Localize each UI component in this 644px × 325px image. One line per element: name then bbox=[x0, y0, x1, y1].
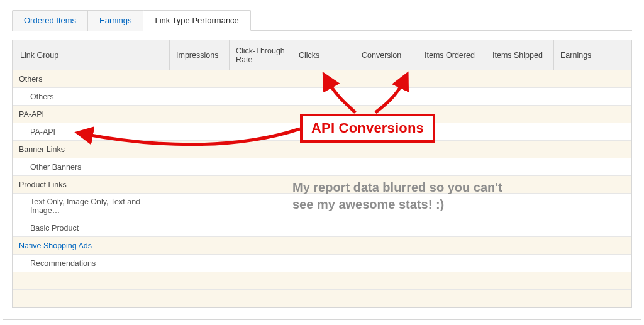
table-row: Recommendations bbox=[13, 255, 631, 272]
data-cell bbox=[170, 272, 230, 289]
data-cell bbox=[486, 141, 554, 158]
col-earnings[interactable]: Earnings bbox=[554, 40, 631, 70]
data-cell bbox=[418, 237, 486, 254]
data-cell bbox=[170, 237, 230, 254]
data-cell bbox=[486, 158, 554, 175]
data-cell bbox=[486, 88, 554, 105]
data-cell bbox=[554, 219, 631, 236]
data-cell bbox=[418, 272, 486, 289]
data-cell bbox=[554, 290, 631, 307]
row-label: Others bbox=[13, 88, 170, 105]
row-label: Product Links bbox=[13, 176, 170, 193]
data-cell bbox=[554, 158, 631, 175]
data-cell bbox=[486, 255, 554, 272]
data-cell bbox=[292, 141, 355, 158]
data-cell bbox=[486, 237, 554, 254]
data-cell bbox=[355, 158, 418, 175]
data-cell bbox=[230, 176, 292, 193]
col-clicks[interactable]: Clicks bbox=[292, 40, 355, 70]
data-cell bbox=[355, 88, 418, 105]
data-cell bbox=[418, 290, 486, 307]
data-cell bbox=[418, 255, 486, 272]
table-row: Banner Links bbox=[13, 141, 631, 158]
data-cell bbox=[418, 141, 486, 158]
data-cell bbox=[230, 123, 292, 140]
col-link-group[interactable]: Link Group bbox=[13, 40, 170, 70]
data-cell bbox=[230, 194, 292, 219]
data-cell bbox=[554, 141, 631, 158]
data-cell bbox=[292, 255, 355, 272]
data-cell bbox=[418, 219, 486, 236]
data-cell bbox=[355, 290, 418, 307]
data-cell bbox=[486, 70, 554, 87]
data-cell bbox=[292, 158, 355, 175]
col-ctr[interactable]: Click-Through Rate bbox=[230, 40, 292, 70]
data-cell bbox=[170, 158, 230, 175]
data-cell bbox=[486, 272, 554, 289]
tab-earnings[interactable]: Earnings bbox=[87, 10, 143, 31]
link-type-table: Link Group Impressions Click-Through Rat… bbox=[12, 40, 632, 308]
data-cell bbox=[486, 290, 554, 307]
data-cell bbox=[554, 88, 631, 105]
data-cell bbox=[554, 272, 631, 289]
table-row: Others bbox=[13, 70, 631, 88]
row-label: Others bbox=[13, 70, 170, 87]
data-cell bbox=[292, 70, 355, 87]
data-cell bbox=[170, 194, 230, 219]
data-cell bbox=[554, 176, 631, 193]
col-conversion[interactable]: Conversion bbox=[355, 40, 418, 70]
col-items-shipped[interactable]: Items Shipped bbox=[486, 40, 554, 70]
data-cell bbox=[230, 290, 292, 307]
data-cell bbox=[355, 255, 418, 272]
table-row: Others bbox=[13, 88, 631, 106]
data-cell bbox=[355, 219, 418, 236]
table-row: Basic Product bbox=[13, 219, 631, 237]
data-cell bbox=[486, 219, 554, 236]
data-cell bbox=[170, 219, 230, 236]
data-cell bbox=[554, 123, 631, 140]
report-tabs: Ordered Items Earnings Link Type Perform… bbox=[12, 9, 632, 31]
data-cell bbox=[170, 290, 230, 307]
data-cell bbox=[292, 272, 355, 289]
data-cell bbox=[554, 106, 631, 123]
row-label: Banner Links bbox=[13, 141, 170, 158]
data-cell bbox=[170, 255, 230, 272]
table-row-empty bbox=[13, 290, 631, 307]
table-row: Native Shopping Ads bbox=[13, 237, 631, 255]
data-cell bbox=[554, 70, 631, 87]
row-label[interactable]: Native Shopping Ads bbox=[13, 237, 170, 254]
data-cell bbox=[230, 255, 292, 272]
col-impressions[interactable]: Impressions bbox=[170, 40, 230, 70]
data-cell bbox=[230, 70, 292, 87]
data-cell bbox=[554, 237, 631, 254]
data-cell bbox=[170, 176, 230, 193]
data-cell bbox=[230, 88, 292, 105]
row-label bbox=[13, 272, 170, 289]
table-header-row: Link Group Impressions Click-Through Rat… bbox=[13, 40, 631, 70]
data-cell bbox=[355, 141, 418, 158]
row-label: PA-API bbox=[13, 106, 170, 123]
data-cell bbox=[170, 106, 230, 123]
data-cell bbox=[554, 255, 631, 272]
tab-link-type-performance[interactable]: Link Type Performance bbox=[143, 10, 250, 31]
data-cell bbox=[170, 123, 230, 140]
data-cell bbox=[230, 141, 292, 158]
annotation-caption: My report data blurred so you can't see … bbox=[292, 179, 519, 213]
data-cell bbox=[230, 272, 292, 289]
data-cell bbox=[418, 70, 486, 87]
col-items-ordered[interactable]: Items Ordered bbox=[418, 40, 486, 70]
data-cell bbox=[355, 272, 418, 289]
tab-ordered-items[interactable]: Ordered Items bbox=[12, 10, 88, 31]
data-cell bbox=[230, 158, 292, 175]
row-label: Text Only, Image Only, Text and Image… bbox=[13, 194, 170, 219]
data-cell bbox=[418, 158, 486, 175]
data-cell bbox=[418, 88, 486, 105]
row-label: PA-API bbox=[13, 123, 170, 140]
table-row: Other Banners bbox=[13, 158, 631, 176]
data-cell bbox=[170, 141, 230, 158]
data-cell bbox=[292, 88, 355, 105]
data-cell bbox=[230, 106, 292, 123]
annotation-box: API Conversions bbox=[300, 114, 435, 143]
data-cell bbox=[230, 237, 292, 254]
table-row-empty bbox=[13, 272, 631, 290]
